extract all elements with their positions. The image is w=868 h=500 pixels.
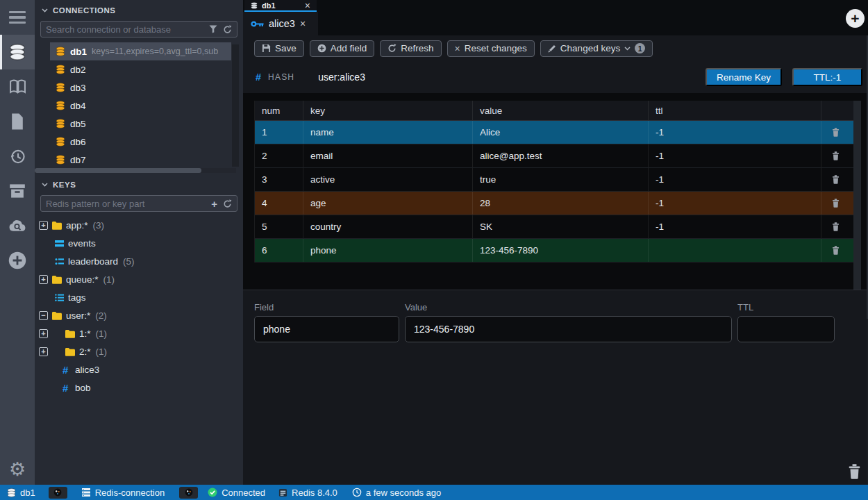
- column-header-num[interactable]: num: [255, 101, 303, 120]
- table-row[interactable]: 3 active true -1: [255, 168, 853, 192]
- rail-item-cloud-search[interactable]: [0, 208, 35, 243]
- changed-keys-dropdown[interactable]: Changed keys 1: [540, 40, 653, 57]
- column-header-value[interactable]: value: [473, 101, 649, 120]
- add-field-button[interactable]: Add field: [310, 40, 375, 57]
- expand-icon[interactable]: +: [39, 275, 48, 284]
- rename-key-button[interactable]: Rename Key: [706, 68, 782, 86]
- db-usage-chip[interactable]: [49, 487, 67, 499]
- settings-gear-icon[interactable]: ⚙: [0, 458, 35, 481]
- column-header-key[interactable]: key: [303, 101, 473, 120]
- connection-row-db7[interactable]: db7: [35, 151, 243, 169]
- tab-strip: db1 × alice3 ×: [243, 0, 868, 35]
- tab-db1[interactable]: db1 ×: [244, 0, 317, 12]
- ttl-input[interactable]: [737, 316, 835, 342]
- tree-item-app[interactable]: + app:* (3): [35, 216, 243, 234]
- archive-icon: [9, 183, 26, 199]
- keys-tree: + app:* (3) events leaderboard (5): [35, 215, 243, 397]
- refresh-icon: [387, 44, 397, 53]
- folder-icon: [65, 328, 75, 338]
- rail-item-archive[interactable]: [0, 174, 35, 208]
- filter-icon[interactable]: [209, 25, 217, 33]
- key-name: user:alice3: [318, 72, 365, 83]
- trash-icon[interactable]: [832, 175, 840, 184]
- refresh-keys-icon[interactable]: [223, 199, 232, 208]
- key-search-input[interactable]: [46, 199, 206, 209]
- tree-item-user-2[interactable]: + 2:* (1): [35, 342, 243, 360]
- reset-changes-button[interactable]: × Reset changes: [447, 40, 535, 57]
- database-icon: [251, 2, 258, 9]
- tree-item-queue[interactable]: + queue:* (1): [35, 270, 243, 288]
- delete-field-trash-icon[interactable]: [848, 464, 861, 479]
- menu-button[interactable]: [0, 0, 35, 35]
- ttl-button[interactable]: TTL:-1: [792, 68, 862, 86]
- status-db[interactable]: db1: [7, 488, 35, 498]
- save-button[interactable]: Save: [254, 40, 304, 57]
- icon-rail: ⚙: [0, 0, 35, 485]
- database-icon: [56, 101, 65, 110]
- refresh-button[interactable]: Refresh: [380, 40, 441, 57]
- close-tab-icon[interactable]: ×: [305, 1, 310, 10]
- rail-item-add-connection[interactable]: [0, 243, 35, 278]
- column-header-ttl[interactable]: ttl: [649, 101, 821, 120]
- connection-usage-chip[interactable]: [179, 487, 198, 499]
- table-row[interactable]: 5 country SK -1: [255, 215, 853, 239]
- connection-row-db3[interactable]: db3: [35, 78, 243, 97]
- table-row[interactable]: 2 email alice@app.test -1: [255, 144, 853, 168]
- tab-alice3[interactable]: alice3 ×: [243, 12, 318, 35]
- keys-section-header[interactable]: KEYS: [35, 174, 243, 193]
- collapse-icon[interactable]: −: [39, 311, 48, 320]
- hash-type-icon: #: [256, 72, 261, 83]
- ttl-label: TTL: [737, 302, 835, 312]
- connections-vertical-scrollbar[interactable]: [232, 44, 239, 167]
- value-input[interactable]: [405, 316, 732, 342]
- rail-item-history[interactable]: [0, 139, 35, 174]
- connection-row-db6[interactable]: db6: [35, 133, 243, 151]
- connection-row-db4[interactable]: db4: [35, 97, 243, 115]
- trash-icon[interactable]: [832, 128, 840, 137]
- trash-icon[interactable]: [832, 246, 840, 255]
- table-row[interactable]: 6 phone 123-456-7890: [255, 239, 853, 262]
- rail-item-docs[interactable]: [0, 69, 35, 104]
- plus-circle-icon: [317, 44, 326, 53]
- expand-icon[interactable]: +: [39, 329, 48, 338]
- trash-icon[interactable]: [832, 199, 840, 208]
- tree-item-events[interactable]: events: [35, 234, 243, 252]
- refresh-connections-icon[interactable]: [223, 25, 232, 34]
- column-header-actions: [821, 101, 850, 120]
- trash-icon[interactable]: [832, 151, 840, 160]
- keys-title: KEYS: [53, 181, 76, 189]
- database-icon: [56, 119, 65, 128]
- connection-row-db1[interactable]: db1 keys=11,expires=0,avg_ttl=0,sub: [50, 42, 231, 60]
- redis-version-icon: [278, 488, 287, 497]
- connections-horizontal-scrollbar[interactable]: [35, 168, 236, 173]
- add-key-icon[interactable]: +: [211, 199, 217, 209]
- connection-row-db5[interactable]: db5: [35, 115, 243, 133]
- connections-title: CONNECTIONS: [53, 6, 115, 15]
- tree-item-leaderboard[interactable]: leaderboard (5): [35, 252, 243, 270]
- close-tab-icon[interactable]: ×: [300, 19, 306, 28]
- tree-item-user-1[interactable]: + 1:* (1): [35, 324, 243, 342]
- status-connection[interactable]: Redis-connection: [81, 488, 165, 498]
- main-content: db1 × alice3 × +: [243, 0, 868, 485]
- rail-item-file[interactable]: [0, 104, 35, 139]
- connection-row-db2[interactable]: db2: [35, 60, 243, 78]
- connection-search-input[interactable]: [46, 24, 203, 35]
- trash-icon[interactable]: [832, 222, 840, 231]
- status-version: Redis 8.4.0: [278, 488, 337, 498]
- tree-item-bob[interactable]: # bob: [35, 378, 243, 397]
- rail-item-connections[interactable]: [0, 35, 35, 69]
- new-tab-button[interactable]: +: [846, 9, 865, 28]
- stream-icon: [55, 239, 64, 248]
- table-row[interactable]: 4 age 28 -1: [255, 192, 853, 215]
- folder-icon: [51, 220, 62, 230]
- tree-item-alice3[interactable]: # alice3: [35, 360, 243, 378]
- table-scrollbar[interactable]: [853, 101, 861, 290]
- expand-icon[interactable]: +: [39, 221, 48, 230]
- tree-item-tags[interactable]: tags: [35, 288, 243, 306]
- table-row[interactable]: 1 name Alice -1: [255, 121, 853, 144]
- database-icon: [7, 488, 16, 497]
- connections-section-header[interactable]: CONNECTIONS: [35, 0, 243, 19]
- field-input[interactable]: [254, 316, 399, 342]
- expand-icon[interactable]: +: [39, 347, 48, 356]
- tree-item-user[interactable]: − user:* (2): [35, 306, 243, 324]
